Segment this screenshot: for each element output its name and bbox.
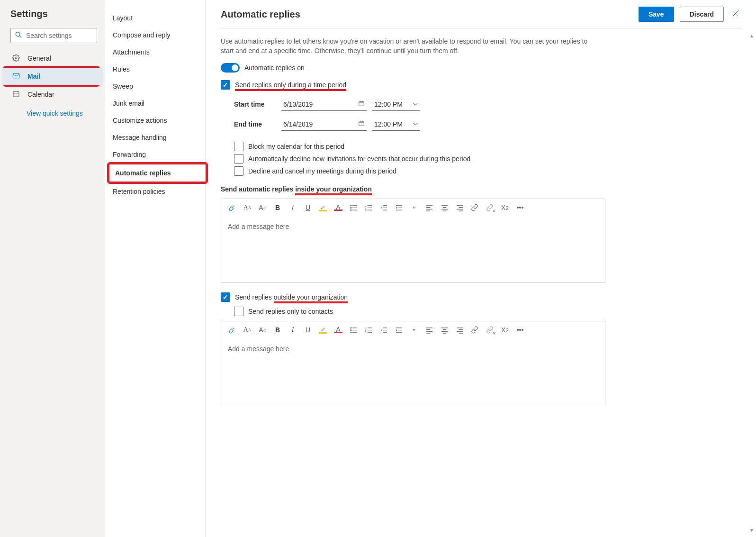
bold-icon[interactable]: B xyxy=(273,326,282,334)
close-icon[interactable] xyxy=(729,10,742,18)
italic-icon[interactable]: I xyxy=(288,204,297,211)
block-calendar-label: Block my calendar for this period xyxy=(248,143,344,150)
indent-icon[interactable] xyxy=(395,204,403,211)
link-icon[interactable] xyxy=(470,326,479,334)
automatic-replies-toggle-row: Automatic replies on xyxy=(221,63,742,73)
scrollbar[interactable]: ▲ ▼ xyxy=(749,33,754,532)
italic-icon[interactable]: I xyxy=(288,326,297,334)
superscript-icon[interactable]: X2 xyxy=(501,326,509,334)
block-calendar-checkbox[interactable] xyxy=(234,142,243,151)
sidebar-item-mail[interactable]: Mail xyxy=(2,68,103,85)
align-center-icon[interactable] xyxy=(440,204,449,211)
settings-title: Settings xyxy=(10,9,97,19)
unlink-icon[interactable]: ✕ xyxy=(486,204,494,211)
outdent-icon[interactable] xyxy=(379,204,388,211)
discard-button[interactable]: Discard xyxy=(680,7,724,22)
subnav-layout[interactable]: Layout xyxy=(113,9,205,27)
outdent-icon[interactable] xyxy=(379,327,388,334)
search-wrapper xyxy=(10,28,97,43)
subnav-message-handling[interactable]: Message handling xyxy=(113,129,205,146)
subnav-attachments[interactable]: Attachments xyxy=(113,44,205,61)
subnav-forwarding[interactable]: Forwarding xyxy=(113,146,205,163)
highlight-icon[interactable] xyxy=(319,327,327,334)
mail-icon xyxy=(12,72,21,81)
svg-point-0 xyxy=(16,32,20,36)
subnav-junk[interactable]: Junk email xyxy=(113,95,205,112)
search-input[interactable] xyxy=(10,28,97,43)
align-left-icon[interactable] xyxy=(425,204,433,211)
block-calendar-row: Block my calendar for this period xyxy=(234,142,742,151)
subnav-automatic-replies[interactable]: Automatic replies xyxy=(115,164,206,182)
font-family-icon[interactable]: AA xyxy=(243,326,252,334)
font-family-icon[interactable]: AA xyxy=(243,204,252,211)
editor-toolbar-inside: AA A◇ B I U A 123 ” ✕ X2 ••• xyxy=(221,199,605,216)
start-date-input[interactable]: 6/13/2019 xyxy=(281,98,367,111)
calendar-icon xyxy=(358,120,365,128)
outside-org-checkbox[interactable] xyxy=(221,292,230,302)
underline-icon[interactable]: U xyxy=(304,326,312,334)
subnav-rules[interactable]: Rules xyxy=(113,61,205,78)
indent-icon[interactable] xyxy=(395,327,403,334)
align-center-icon[interactable] xyxy=(440,327,449,334)
scroll-up-icon[interactable]: ▲ xyxy=(749,33,754,38)
subnav-customize[interactable]: Customize actions xyxy=(113,112,205,129)
start-time-select[interactable]: 12:00 PM xyxy=(372,98,420,111)
highlight-icon[interactable] xyxy=(319,204,327,211)
subnav-sweep[interactable]: Sweep xyxy=(113,78,205,95)
subnav-retention[interactable]: Retention policies xyxy=(113,183,205,200)
clear-format-icon[interactable] xyxy=(228,204,236,211)
font-color-icon[interactable]: A xyxy=(334,205,342,211)
align-left-icon[interactable] xyxy=(425,327,433,334)
calendar-icon xyxy=(12,90,21,99)
bullets-icon[interactable] xyxy=(349,327,358,334)
more-icon[interactable]: ••• xyxy=(516,204,524,211)
more-icon[interactable]: ••• xyxy=(516,326,524,334)
end-date-input[interactable]: 6/14/2019 xyxy=(281,118,367,131)
clear-format-icon[interactable] xyxy=(228,326,236,334)
time-period-checkbox[interactable] xyxy=(221,80,230,90)
unlink-icon[interactable]: ✕ xyxy=(486,326,494,334)
quote-icon[interactable]: ” xyxy=(410,206,418,213)
font-size-icon[interactable]: A◇ xyxy=(258,326,267,334)
scroll-down-icon[interactable]: ▼ xyxy=(749,528,754,532)
view-quick-settings-link[interactable]: View quick settings xyxy=(27,109,97,117)
cancel-meetings-checkbox[interactable] xyxy=(234,166,243,176)
superscript-icon[interactable]: X2 xyxy=(501,204,509,211)
inside-org-textarea[interactable]: Add a message here xyxy=(221,216,605,282)
svg-point-20 xyxy=(350,207,351,208)
sidebar-item-general[interactable]: General xyxy=(10,50,97,67)
sidebar-item-calendar[interactable]: Calendar xyxy=(10,86,97,103)
bullets-icon[interactable] xyxy=(349,204,358,211)
underline-icon[interactable]: U xyxy=(304,204,312,211)
font-size-icon[interactable]: A◇ xyxy=(258,204,267,211)
start-time-row: Start time 6/13/2019 12:00 PM xyxy=(234,94,742,114)
svg-point-52 xyxy=(350,332,351,333)
svg-rect-4 xyxy=(13,91,19,97)
numbering-icon[interactable]: 123 xyxy=(364,204,373,211)
quote-icon[interactable]: ” xyxy=(410,328,418,336)
sidebar-item-label: General xyxy=(27,55,51,62)
align-right-icon[interactable] xyxy=(455,204,464,211)
inside-org-editor: AA A◇ B I U A 123 ” ✕ X2 ••• Add a messa… xyxy=(221,199,605,283)
search-icon xyxy=(15,32,22,40)
outside-contacts-checkbox[interactable] xyxy=(234,307,243,316)
numbering-icon[interactable]: 123 xyxy=(364,327,373,334)
link-icon[interactable] xyxy=(470,204,479,211)
sidebar-item-label: Mail xyxy=(27,73,40,80)
sub-options: Block my calendar for this period Automa… xyxy=(234,142,742,176)
subnav-compose[interactable]: Compose and reply xyxy=(113,27,205,44)
svg-rect-3 xyxy=(13,73,19,78)
settings-content: Automatic replies Save Discard Use autom… xyxy=(206,0,756,537)
font-color-icon[interactable]: A xyxy=(334,327,342,333)
end-time-select[interactable]: 12:00 PM xyxy=(372,118,420,131)
outside-org-textarea[interactable]: Add a message here xyxy=(221,338,605,405)
svg-point-2 xyxy=(15,57,17,59)
automatic-replies-toggle[interactable] xyxy=(221,63,240,73)
end-time-row: End time 6/14/2019 12:00 PM xyxy=(234,114,742,134)
align-right-icon[interactable] xyxy=(455,327,464,334)
page-title: Automatic replies xyxy=(221,9,300,20)
bold-icon[interactable]: B xyxy=(273,204,282,211)
decline-new-checkbox[interactable] xyxy=(234,154,243,164)
time-period-label: Send replies only during a time period xyxy=(235,81,346,89)
save-button[interactable]: Save xyxy=(639,7,674,22)
